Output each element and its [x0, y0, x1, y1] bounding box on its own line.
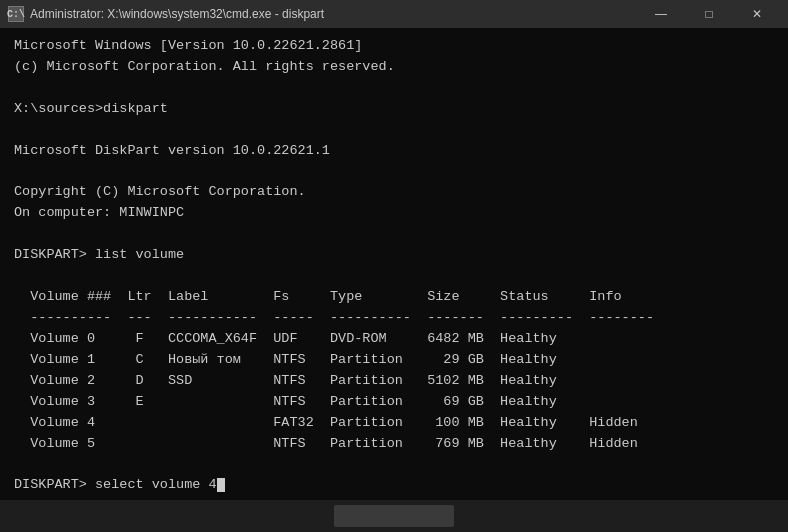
taskbar-inner — [334, 505, 454, 527]
window-icon: C:\ — [8, 6, 24, 22]
title-bar: C:\ Administrator: X:\windows\system32\c… — [0, 0, 788, 28]
taskbar — [0, 500, 788, 532]
minimize-button[interactable]: — — [638, 4, 684, 24]
title-bar-controls: — □ ✕ — [638, 4, 780, 24]
console-output: Microsoft Windows [Version 10.0.22621.28… — [14, 36, 774, 496]
close-button[interactable]: ✕ — [734, 4, 780, 24]
console-area[interactable]: Microsoft Windows [Version 10.0.22621.28… — [0, 28, 788, 500]
maximize-button[interactable]: □ — [686, 4, 732, 24]
title-bar-text: Administrator: X:\windows\system32\cmd.e… — [30, 7, 638, 21]
cmd-window: C:\ Administrator: X:\windows\system32\c… — [0, 0, 788, 532]
